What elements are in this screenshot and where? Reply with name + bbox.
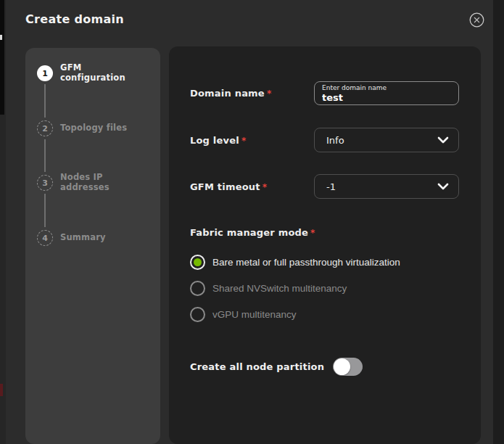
log-level-select[interactable]: Info — [314, 128, 459, 152]
step-label: Summary — [60, 233, 141, 243]
gfm-timeout-label: GFM timeout* — [190, 181, 267, 192]
radio-label: Bare metal or full passthrough virtualiz… — [212, 257, 400, 268]
background-artifact — [0, 35, 2, 40]
radio-label: Shared NVSwitch multitenancy — [212, 283, 347, 294]
fabric-manager-mode-label: Fabric manager mode* — [190, 227, 315, 238]
close-button[interactable] — [463, 7, 489, 33]
required-asterisk: * — [267, 89, 271, 99]
gfm-configuration-form: Domain name* Enter domain name Log level… — [169, 46, 481, 444]
radio-shared-nvswitch[interactable]: Shared NVSwitch multitenancy — [190, 280, 347, 296]
step-topology-files[interactable]: 2 Topology files — [37, 116, 153, 141]
create-all-node-partition-row: Create all node partition — [190, 358, 363, 376]
circled-x-icon — [469, 12, 484, 28]
step-number-badge: 2 — [37, 120, 53, 136]
step-connector — [44, 84, 46, 118]
dialog-title: Create domain — [25, 12, 124, 26]
step-connector — [44, 194, 46, 227]
domain-name-placeholder: Enter domain name — [322, 84, 451, 92]
required-asterisk: * — [310, 228, 315, 238]
step-number-badge: 3 — [37, 175, 53, 191]
domain-name-field: Enter domain name — [314, 81, 459, 105]
step-number-badge: 4 — [37, 230, 53, 246]
wizard-stepper-panel: 1 GFM configuration 2 Topology files 3 N… — [25, 48, 160, 444]
create-domain-dialog: Create domain 1 GFM configuration 2 Topo… — [6, 0, 493, 444]
log-level-label: Log level* — [190, 135, 246, 146]
domain-name-label: Domain name* — [190, 88, 271, 99]
step-gfm-configuration[interactable]: 1 GFM configuration — [37, 61, 153, 86]
radio-unselected-icon — [190, 281, 205, 296]
background-app-sidebar — [0, 0, 4, 115]
radio-bare-metal[interactable]: Bare metal or full passthrough virtualiz… — [190, 254, 400, 270]
create-all-node-partition-label: Create all node partition — [190, 361, 324, 372]
step-connector — [44, 139, 46, 172]
create-all-node-partition-toggle[interactable] — [333, 358, 363, 376]
radio-selected-icon — [190, 255, 205, 270]
log-level-row: Log level* Info — [190, 128, 459, 152]
log-level-value: Info — [326, 135, 344, 146]
step-summary[interactable]: 4 Summary — [37, 226, 153, 250]
domain-name-row: Domain name* Enter domain name — [190, 81, 459, 105]
required-asterisk: * — [263, 182, 267, 192]
domain-name-input[interactable] — [322, 92, 451, 103]
chevron-down-icon — [437, 136, 449, 144]
step-label: Nodes IP addresses — [60, 173, 141, 192]
gfm-timeout-row: GFM timeout* -1 — [190, 174, 459, 199]
gfm-timeout-value: -1 — [326, 181, 336, 192]
radio-vgpu[interactable]: vGPU multitenancy — [190, 306, 297, 322]
radio-unselected-icon — [190, 307, 205, 322]
background-artifact-red — [0, 384, 3, 396]
chevron-down-icon — [437, 183, 449, 190]
radio-label: vGPU multitenancy — [212, 309, 297, 320]
step-label: Topology files — [60, 123, 141, 133]
gfm-timeout-select[interactable]: -1 — [314, 174, 459, 199]
step-label: GFM configuration — [60, 63, 141, 83]
toggle-knob — [334, 358, 350, 375]
required-asterisk: * — [241, 136, 246, 146]
step-number-badge: 1 — [37, 65, 53, 81]
step-nodes-ip-addresses[interactable]: 3 Nodes IP addresses — [37, 170, 153, 195]
